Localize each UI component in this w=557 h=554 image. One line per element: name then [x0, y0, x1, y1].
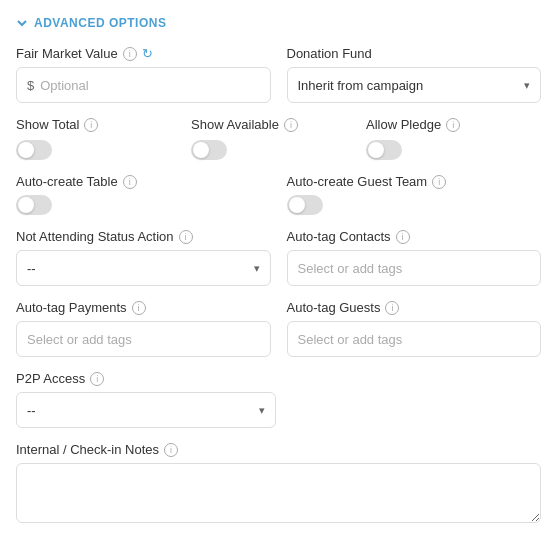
auto-tag-contacts-input[interactable]: Select or add tags — [287, 250, 542, 286]
label-auto-tag-contacts: Auto-tag Contacts i — [287, 229, 542, 244]
donation-fund-value: Inherit from campaign — [298, 78, 525, 93]
info-icon-fmv[interactable]: i — [123, 47, 137, 61]
info-icon-auto-tag-guests[interactable]: i — [385, 301, 399, 315]
label-auto-create-table: Auto-create Table i — [16, 174, 271, 189]
auto-tag-guests-placeholder: Select or add tags — [298, 332, 403, 347]
info-icon-auto-tag-contacts[interactable]: i — [396, 230, 410, 244]
row-toggles-1: Show Total i Show Available i Allow Pled… — [16, 117, 541, 160]
label-auto-create-guest-team: Auto-create Guest Team i — [287, 174, 542, 189]
info-icon-auto-create-guest-team[interactable]: i — [432, 175, 446, 189]
info-icon-not-attending[interactable]: i — [179, 230, 193, 244]
label-fair-market-value: Fair Market Value i ↻ — [16, 46, 271, 61]
info-icon-internal-notes[interactable]: i — [164, 443, 178, 457]
auto-tag-payments-input[interactable]: Select or add tags — [16, 321, 271, 357]
toggle-allow-pledge[interactable] — [366, 140, 402, 160]
field-p2p-access: P2P Access i -- ▾ — [16, 371, 276, 428]
info-icon-show-total[interactable]: i — [84, 118, 98, 132]
advanced-options-toggle[interactable]: ADVANCED OPTIONS — [16, 16, 541, 30]
info-icon-auto-create-table[interactable]: i — [123, 175, 137, 189]
label-not-attending-status: Not Attending Status Action i — [16, 229, 271, 244]
label-donation-fund: Donation Fund — [287, 46, 542, 61]
fmv-prefix: $ — [27, 78, 34, 93]
label-show-total: Show Total i — [16, 117, 191, 132]
internal-notes-textarea[interactable] — [16, 463, 541, 523]
p2p-access-value: -- — [27, 403, 259, 418]
field-auto-tag-guests: Auto-tag Guests i Select or add tags — [287, 300, 542, 357]
label-auto-tag-payments: Auto-tag Payments i — [16, 300, 271, 315]
field-not-attending-status: Not Attending Status Action i -- ▾ — [16, 229, 271, 286]
info-icon-auto-tag-payments[interactable]: i — [132, 301, 146, 315]
field-auto-create-table: Auto-create Table i — [16, 174, 271, 215]
refresh-icon-fmv[interactable]: ↻ — [142, 46, 153, 61]
label-allow-pledge: Allow Pledge i — [366, 117, 541, 132]
label-auto-tag-guests: Auto-tag Guests i — [287, 300, 542, 315]
field-internal-notes: Internal / Check-in Notes i — [16, 442, 541, 526]
field-auto-tag-payments: Auto-tag Payments i Select or add tags — [16, 300, 271, 357]
auto-tag-guests-input[interactable]: Select or add tags — [287, 321, 542, 357]
toggle-show-available[interactable] — [191, 140, 227, 160]
field-auto-create-guest-team: Auto-create Guest Team i — [287, 174, 542, 215]
row-autotag-payments-guests: Auto-tag Payments i Select or add tags A… — [16, 300, 541, 357]
label-p2p-access: P2P Access i — [16, 371, 276, 386]
chevron-down-icon-p2p: ▾ — [259, 404, 265, 417]
row-autocreate: Auto-create Table i Auto-create Guest Te… — [16, 174, 541, 215]
fmv-placeholder: Optional — [40, 78, 88, 93]
fmv-input[interactable]: $ Optional — [16, 67, 271, 103]
field-show-total: Show Total i — [16, 117, 191, 160]
auto-tag-payments-placeholder: Select or add tags — [27, 332, 132, 347]
row-not-attending-autotag-contacts: Not Attending Status Action i -- ▾ Auto-… — [16, 229, 541, 286]
toggle-auto-create-table[interactable] — [16, 195, 52, 215]
label-internal-notes: Internal / Check-in Notes i — [16, 442, 541, 457]
chevron-down-icon: ▾ — [524, 79, 530, 92]
field-fair-market-value: Fair Market Value i ↻ $ Optional — [16, 46, 271, 103]
field-auto-tag-contacts: Auto-tag Contacts i Select or add tags — [287, 229, 542, 286]
info-icon-allow-pledge[interactable]: i — [446, 118, 460, 132]
row-p2p-access: P2P Access i -- ▾ — [16, 371, 541, 428]
auto-tag-contacts-placeholder: Select or add tags — [298, 261, 403, 276]
notes-wrapper — [16, 463, 541, 526]
chevron-down-icon-not-attending: ▾ — [254, 262, 260, 275]
field-allow-pledge: Allow Pledge i — [366, 117, 541, 160]
row-internal-notes: Internal / Check-in Notes i — [16, 442, 541, 526]
not-attending-value: -- — [27, 261, 254, 276]
not-attending-dropdown[interactable]: -- ▾ — [16, 250, 271, 286]
p2p-access-dropdown[interactable]: -- ▾ — [16, 392, 276, 428]
row-fmv-donation: Fair Market Value i ↻ $ Optional Donatio… — [16, 46, 541, 103]
toggle-auto-create-guest-team[interactable] — [287, 195, 323, 215]
info-icon-p2p-access[interactable]: i — [90, 372, 104, 386]
section-title: ADVANCED OPTIONS — [34, 16, 166, 30]
field-show-available: Show Available i — [191, 117, 366, 160]
toggle-show-total[interactable] — [16, 140, 52, 160]
donation-fund-select[interactable]: Inherit from campaign ▾ — [287, 67, 542, 103]
field-donation-fund: Donation Fund Inherit from campaign ▾ — [287, 46, 542, 103]
label-show-available: Show Available i — [191, 117, 366, 132]
info-icon-show-available[interactable]: i — [284, 118, 298, 132]
